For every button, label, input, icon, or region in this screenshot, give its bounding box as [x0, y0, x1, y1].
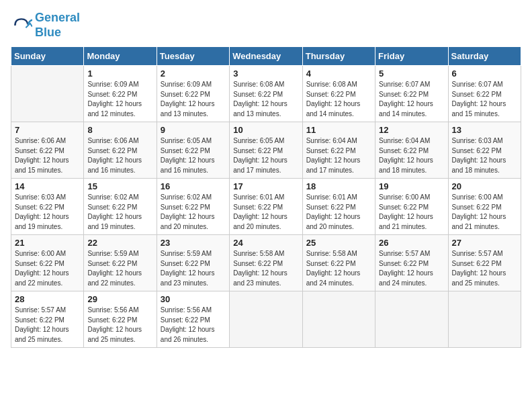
- day-info: Sunrise: 6:09 AMSunset: 6:22 PMDaylight:…: [161, 80, 226, 119]
- day-number: 29: [87, 294, 152, 304]
- day-info: Sunrise: 6:03 AMSunset: 6:22 PMDaylight:…: [15, 193, 80, 232]
- logo-text: GeneralBlue: [35, 11, 80, 40]
- weekday-header: Friday: [375, 47, 448, 66]
- day-number: 24: [233, 238, 298, 248]
- day-info: Sunrise: 6:02 AMSunset: 6:22 PMDaylight:…: [161, 193, 226, 232]
- calendar-cell: 27Sunrise: 5:57 AMSunset: 6:22 PMDayligh…: [448, 235, 521, 291]
- calendar-table: SundayMondayTuesdayWednesdayThursdayFrid…: [11, 46, 521, 348]
- day-info: Sunrise: 5:57 AMSunset: 6:22 PMDaylight:…: [379, 249, 444, 288]
- calendar-cell: 22Sunrise: 5:59 AMSunset: 6:22 PMDayligh…: [84, 235, 157, 291]
- day-number: 8: [87, 125, 152, 135]
- weekday-header: Saturday: [448, 47, 521, 66]
- day-info: Sunrise: 6:08 AMSunset: 6:22 PMDaylight:…: [233, 80, 298, 119]
- weekday-header: Thursday: [302, 47, 375, 66]
- day-number: 2: [161, 68, 226, 79]
- calendar-cell: 10Sunrise: 6:05 AMSunset: 6:22 PMDayligh…: [230, 122, 302, 179]
- day-number: 18: [306, 181, 371, 191]
- calendar-week-row: 1Sunrise: 6:09 AMSunset: 6:22 PMDaylight…: [11, 66, 521, 122]
- day-info: Sunrise: 6:06 AMSunset: 6:22 PMDaylight:…: [15, 136, 80, 175]
- day-number: 30: [161, 294, 226, 304]
- day-info: Sunrise: 6:07 AMSunset: 6:22 PMDaylight:…: [379, 80, 444, 119]
- calendar-cell: 7Sunrise: 6:06 AMSunset: 6:22 PMDaylight…: [11, 122, 84, 179]
- calendar-cell: 12Sunrise: 6:04 AMSunset: 6:22 PMDayligh…: [375, 122, 448, 179]
- weekday-header: Tuesday: [157, 47, 229, 66]
- day-number: 4: [306, 68, 371, 79]
- calendar-cell: 1Sunrise: 6:09 AMSunset: 6:22 PMDaylight…: [84, 66, 157, 122]
- day-info: Sunrise: 5:57 AMSunset: 6:22 PMDaylight:…: [452, 249, 517, 288]
- day-info: Sunrise: 6:04 AMSunset: 6:22 PMDaylight:…: [379, 136, 444, 175]
- day-number: 23: [161, 238, 226, 248]
- day-info: Sunrise: 5:56 AMSunset: 6:22 PMDaylight:…: [161, 306, 226, 345]
- calendar-week-row: 14Sunrise: 6:03 AMSunset: 6:22 PMDayligh…: [11, 179, 521, 235]
- day-info: Sunrise: 5:59 AMSunset: 6:22 PMDaylight:…: [161, 249, 226, 288]
- day-info: Sunrise: 5:58 AMSunset: 6:22 PMDaylight:…: [233, 249, 298, 288]
- day-number: 14: [15, 181, 80, 191]
- day-number: 6: [452, 68, 517, 79]
- day-number: 7: [15, 125, 80, 135]
- day-info: Sunrise: 6:08 AMSunset: 6:22 PMDaylight:…: [306, 80, 371, 119]
- calendar-cell: 2Sunrise: 6:09 AMSunset: 6:22 PMDaylight…: [157, 66, 229, 122]
- day-number: 21: [15, 238, 80, 248]
- day-info: Sunrise: 6:02 AMSunset: 6:22 PMDaylight:…: [87, 193, 152, 232]
- day-info: Sunrise: 5:57 AMSunset: 6:22 PMDaylight:…: [15, 306, 80, 345]
- calendar-cell: 8Sunrise: 6:06 AMSunset: 6:22 PMDaylight…: [84, 122, 157, 179]
- calendar-cell: 13Sunrise: 6:03 AMSunset: 6:22 PMDayligh…: [448, 122, 521, 179]
- day-number: 22: [87, 238, 152, 248]
- day-info: Sunrise: 6:05 AMSunset: 6:22 PMDaylight:…: [161, 136, 226, 175]
- calendar-cell: 5Sunrise: 6:07 AMSunset: 6:22 PMDaylight…: [375, 66, 448, 122]
- day-info: Sunrise: 6:06 AMSunset: 6:22 PMDaylight:…: [87, 136, 152, 175]
- calendar-cell: 14Sunrise: 6:03 AMSunset: 6:22 PMDayligh…: [11, 179, 84, 235]
- calendar-cell: 29Sunrise: 5:56 AMSunset: 6:22 PMDayligh…: [84, 291, 157, 348]
- day-info: Sunrise: 6:01 AMSunset: 6:22 PMDaylight:…: [233, 193, 298, 232]
- day-info: Sunrise: 5:58 AMSunset: 6:22 PMDaylight:…: [306, 249, 371, 288]
- day-number: 3: [233, 68, 298, 79]
- calendar-cell: 9Sunrise: 6:05 AMSunset: 6:22 PMDaylight…: [157, 122, 229, 179]
- calendar-cell: [448, 291, 521, 348]
- calendar-cell: 11Sunrise: 6:04 AMSunset: 6:22 PMDayligh…: [302, 122, 375, 179]
- calendar-cell: 16Sunrise: 6:02 AMSunset: 6:22 PMDayligh…: [157, 179, 229, 235]
- calendar-cell: [302, 291, 375, 348]
- page-header: GeneralBlue: [11, 11, 521, 40]
- day-number: 25: [306, 238, 371, 248]
- day-info: Sunrise: 6:05 AMSunset: 6:22 PMDaylight:…: [233, 136, 298, 175]
- day-info: Sunrise: 6:04 AMSunset: 6:22 PMDaylight:…: [306, 136, 371, 175]
- day-number: 11: [306, 125, 371, 135]
- calendar-cell: [11, 66, 84, 122]
- day-number: 26: [379, 238, 444, 248]
- day-number: 13: [452, 125, 517, 135]
- day-number: 20: [452, 181, 517, 191]
- calendar-cell: 6Sunrise: 6:07 AMSunset: 6:22 PMDaylight…: [448, 66, 521, 122]
- calendar-cell: 4Sunrise: 6:08 AMSunset: 6:22 PMDaylight…: [302, 66, 375, 122]
- calendar-cell: 15Sunrise: 6:02 AMSunset: 6:22 PMDayligh…: [84, 179, 157, 235]
- day-number: 27: [452, 238, 517, 248]
- calendar-week-row: 7Sunrise: 6:06 AMSunset: 6:22 PMDaylight…: [11, 122, 521, 179]
- calendar-cell: 23Sunrise: 5:59 AMSunset: 6:22 PMDayligh…: [157, 235, 229, 291]
- svg-rect-0: [11, 15, 32, 36]
- weekday-header: Wednesday: [230, 47, 302, 66]
- day-number: 15: [87, 181, 152, 191]
- calendar-cell: [230, 291, 302, 348]
- day-number: 28: [15, 294, 80, 304]
- day-info: Sunrise: 6:03 AMSunset: 6:22 PMDaylight:…: [452, 136, 517, 175]
- day-number: 9: [161, 125, 226, 135]
- calendar-cell: 19Sunrise: 6:00 AMSunset: 6:22 PMDayligh…: [375, 179, 448, 235]
- weekday-header-row: SundayMondayTuesdayWednesdayThursdayFrid…: [11, 47, 521, 66]
- calendar-week-row: 21Sunrise: 6:00 AMSunset: 6:22 PMDayligh…: [11, 235, 521, 291]
- day-info: Sunrise: 5:59 AMSunset: 6:22 PMDaylight:…: [87, 249, 152, 288]
- day-info: Sunrise: 6:00 AMSunset: 6:22 PMDaylight:…: [15, 249, 80, 288]
- calendar-cell: 30Sunrise: 5:56 AMSunset: 6:22 PMDayligh…: [157, 291, 229, 348]
- calendar-cell: [375, 291, 448, 348]
- day-info: Sunrise: 6:01 AMSunset: 6:22 PMDaylight:…: [306, 193, 371, 232]
- calendar-cell: 20Sunrise: 6:00 AMSunset: 6:22 PMDayligh…: [448, 179, 521, 235]
- calendar-cell: 18Sunrise: 6:01 AMSunset: 6:22 PMDayligh…: [302, 179, 375, 235]
- calendar-cell: 26Sunrise: 5:57 AMSunset: 6:22 PMDayligh…: [375, 235, 448, 291]
- logo: GeneralBlue: [11, 11, 80, 40]
- calendar-body: 1Sunrise: 6:09 AMSunset: 6:22 PMDaylight…: [11, 66, 521, 348]
- day-number: 5: [379, 68, 444, 79]
- calendar-cell: 17Sunrise: 6:01 AMSunset: 6:22 PMDayligh…: [230, 179, 302, 235]
- day-info: Sunrise: 6:00 AMSunset: 6:22 PMDaylight:…: [379, 193, 444, 232]
- day-info: Sunrise: 6:09 AMSunset: 6:22 PMDaylight:…: [87, 80, 152, 119]
- calendar-week-row: 28Sunrise: 5:57 AMSunset: 6:22 PMDayligh…: [11, 291, 521, 348]
- day-number: 16: [161, 181, 226, 191]
- day-info: Sunrise: 6:00 AMSunset: 6:22 PMDaylight:…: [452, 193, 517, 232]
